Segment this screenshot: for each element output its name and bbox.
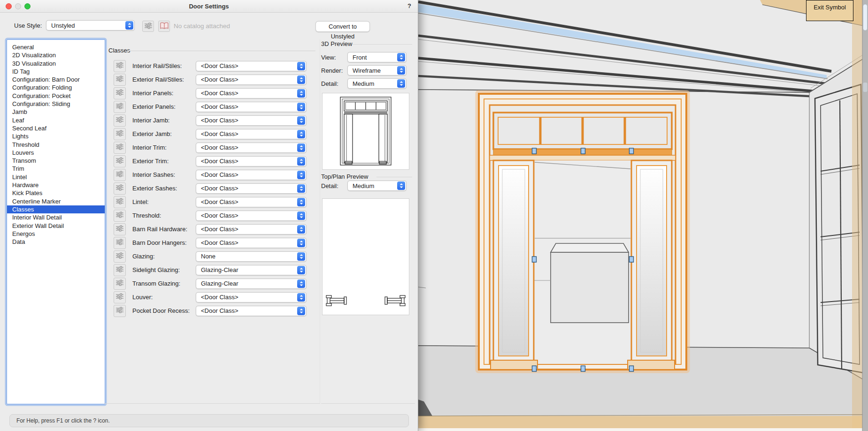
use-style-dropdown[interactable]: Unstyled bbox=[46, 20, 135, 30]
class-dropdown[interactable]: <Door Class> bbox=[196, 156, 307, 166]
class-attributes-button[interactable] bbox=[114, 87, 126, 99]
class-attributes-button[interactable] bbox=[114, 74, 126, 86]
class-dropdown[interactable]: <Door Class> bbox=[196, 129, 307, 139]
class-attributes-button[interactable] bbox=[114, 182, 126, 195]
sidebar-item-threshold[interactable]: Threshold bbox=[7, 141, 105, 149]
class-dropdown[interactable]: <Door Class> bbox=[196, 170, 307, 180]
class-dropdown[interactable]: <Door Class> bbox=[196, 115, 307, 126]
class-dropdown[interactable]: None bbox=[196, 251, 307, 262]
class-dropdown[interactable]: <Door Class> bbox=[196, 61, 307, 71]
use-style-label: Use Style: bbox=[14, 22, 42, 29]
sidebar-item-interior-wall-detail[interactable]: Interior Wall Detail bbox=[7, 213, 105, 221]
class-attributes-button[interactable] bbox=[114, 250, 126, 263]
class-attributes-button[interactable] bbox=[114, 142, 126, 154]
sidebar-item-jamb[interactable]: Jamb bbox=[7, 108, 105, 116]
sidebar-item-lintel[interactable]: Lintel bbox=[7, 173, 105, 181]
sidebar-item-3d-visualization[interactable]: 3D Visualization bbox=[7, 60, 105, 68]
class-dropdown-value: <Door Class> bbox=[196, 239, 297, 246]
class-dropdown[interactable]: <Door Class> bbox=[196, 143, 307, 153]
selected-door-object[interactable] bbox=[477, 92, 688, 371]
sidebar-item-2d-visualization[interactable]: 2D Visualization bbox=[7, 51, 105, 59]
sidebar-item-data[interactable]: Data bbox=[7, 238, 105, 246]
class-dropdown[interactable]: Glazing-Clear bbox=[196, 279, 307, 289]
class-attributes-button[interactable] bbox=[114, 169, 126, 181]
stepper-icon bbox=[297, 239, 305, 247]
door-right-sidelight bbox=[631, 160, 672, 361]
class-attributes-button[interactable] bbox=[114, 60, 126, 72]
dialog-titlebar: Door Settings ? bbox=[0, 0, 418, 13]
class-dropdown[interactable]: Glazing-Clear bbox=[196, 265, 307, 275]
detail-plan-dropdown[interactable]: Medium bbox=[347, 181, 407, 191]
class-dropdown[interactable]: <Door Class> bbox=[196, 197, 307, 207]
scrollbar-thumb[interactable] bbox=[863, 4, 868, 30]
sidebar-item-configuration-sliding[interactable]: Configuration: Sliding bbox=[7, 100, 105, 108]
stepper-icon bbox=[297, 280, 305, 288]
render-dropdown[interactable]: Wireframe bbox=[347, 65, 407, 76]
class-row-label: Exterior Panels: bbox=[132, 103, 196, 110]
sidebar-item-lights[interactable]: Lights bbox=[7, 132, 105, 140]
preview-plan-box bbox=[322, 198, 409, 315]
class-dropdown[interactable]: <Door Class> bbox=[196, 183, 307, 194]
class-attributes-button[interactable] bbox=[114, 223, 126, 235]
class-attributes-button[interactable] bbox=[114, 278, 126, 290]
style-options-button[interactable] bbox=[142, 21, 154, 32]
class-row: Exterior Jamb: <Door Class> bbox=[104, 127, 320, 141]
sidebar-item-label: Interior Wall Detail bbox=[12, 214, 62, 221]
class-attributes-button[interactable] bbox=[114, 101, 126, 113]
class-dropdown[interactable]: <Door Class> bbox=[196, 75, 307, 85]
design-layer-viewport[interactable] bbox=[418, 0, 868, 431]
sidebar-item-second-leaf[interactable]: Second Leaf bbox=[7, 124, 105, 132]
detail-3d-dropdown[interactable]: Medium bbox=[347, 78, 407, 89]
sidebar-item-configuration-folding[interactable]: Configuration: Folding bbox=[7, 83, 105, 91]
sliders-icon bbox=[115, 171, 124, 179]
class-attributes-button[interactable] bbox=[114, 291, 126, 303]
sliders-icon bbox=[115, 307, 124, 315]
class-attributes-button[interactable] bbox=[114, 264, 126, 276]
class-attributes-button[interactable] bbox=[114, 196, 126, 208]
sidebar-item-louvers[interactable]: Louvers bbox=[7, 149, 105, 157]
sidebar-item-classes[interactable]: Classes bbox=[7, 205, 105, 213]
sidebar-item-kick-plates[interactable]: Kick Plates bbox=[7, 189, 105, 197]
sliders-icon bbox=[115, 198, 124, 206]
sidebar-item-configuration-pocket[interactable]: Configuration: Pocket bbox=[7, 92, 105, 100]
view-value: Front bbox=[348, 54, 397, 61]
sidebar-item-transom[interactable]: Transom bbox=[7, 157, 105, 165]
sliders-icon bbox=[115, 252, 124, 260]
class-attributes-button[interactable] bbox=[114, 128, 126, 140]
class-attributes-button[interactable] bbox=[114, 237, 126, 249]
catalog-button[interactable] bbox=[158, 21, 170, 32]
exit-symbol-button[interactable]: Exit Symbol bbox=[806, 0, 853, 21]
sidebar-item-configuration-barn-door[interactable]: Configuration: Barn Door bbox=[7, 76, 105, 83]
sidebar-item-centerline-marker[interactable]: Centerline Marker bbox=[7, 197, 105, 205]
class-dropdown-value: <Door Class> bbox=[196, 171, 297, 178]
viewport-scrollbar[interactable] bbox=[862, 0, 868, 431]
sidebar-item-trim[interactable]: Trim bbox=[7, 165, 105, 173]
class-dropdown[interactable]: <Door Class> bbox=[196, 102, 307, 112]
class-attributes-button[interactable] bbox=[114, 210, 126, 222]
class-dropdown[interactable]: <Door Class> bbox=[196, 238, 307, 248]
sidebar-item-leaf[interactable]: Leaf bbox=[7, 116, 105, 124]
class-dropdown-value: None bbox=[196, 253, 297, 260]
class-dropdown[interactable]: <Door Class> bbox=[196, 292, 307, 302]
help-icon[interactable]: ? bbox=[407, 2, 411, 9]
sidebar-item-general[interactable]: General bbox=[7, 43, 105, 51]
class-attributes-button[interactable] bbox=[114, 114, 126, 127]
class-dropdown-value: <Door Class> bbox=[196, 294, 297, 301]
class-dropdown[interactable]: <Door Class> bbox=[196, 88, 307, 98]
convert-to-unstyled-button[interactable]: Convert to Unstyled bbox=[315, 21, 370, 32]
class-dropdown[interactable]: <Door Class> bbox=[196, 224, 307, 234]
stepper-icon bbox=[397, 79, 405, 88]
sidebar-item-energos[interactable]: Energos bbox=[7, 230, 105, 238]
class-row-label: Exterior Trim: bbox=[132, 158, 196, 165]
sidebar-item-id-tag[interactable]: ID Tag bbox=[7, 68, 105, 76]
class-dropdown-value: <Door Class> bbox=[196, 226, 297, 233]
sidebar-item-hardware[interactable]: Hardware bbox=[7, 181, 105, 189]
stepper-icon bbox=[297, 116, 305, 125]
class-dropdown[interactable]: <Door Class> bbox=[196, 306, 307, 316]
class-attributes-button[interactable] bbox=[114, 305, 126, 317]
sidebar-item-exterior-wall-detail[interactable]: Exterior Wall Detail bbox=[7, 222, 105, 230]
door-elevation-preview bbox=[323, 93, 409, 169]
class-attributes-button[interactable] bbox=[114, 155, 126, 167]
view-dropdown[interactable]: Front bbox=[347, 52, 407, 62]
class-dropdown[interactable]: <Door Class> bbox=[196, 211, 307, 221]
